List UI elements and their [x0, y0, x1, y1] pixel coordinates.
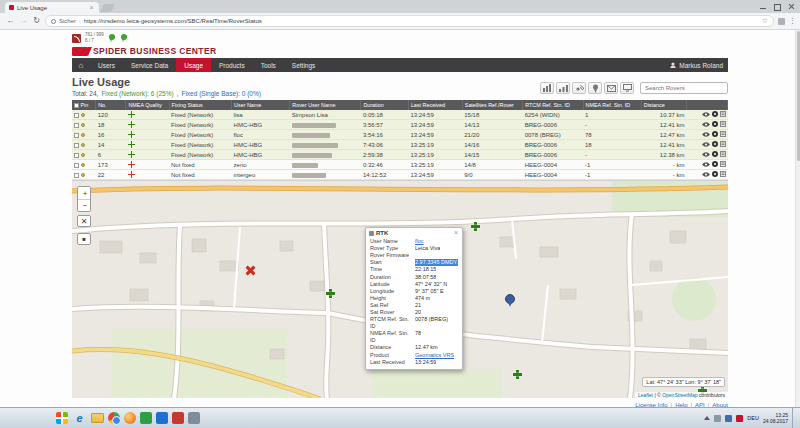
column-header-rtcm-ref-stn-id[interactable]: RTCM Ref. Stn. ID	[523, 100, 583, 110]
app-blue-taskbar-icon[interactable]	[156, 412, 168, 424]
app-grey-taskbar-icon[interactable]	[188, 412, 200, 424]
info-icon[interactable]	[712, 131, 718, 138]
info-icon[interactable]	[712, 111, 718, 118]
rover-marker-icon[interactable]	[513, 370, 522, 379]
maximize-icon[interactable]	[774, 3, 781, 10]
leaflet-link[interactable]: Leaflet	[638, 392, 653, 398]
app-red-taskbar-icon[interactable]	[172, 412, 184, 424]
satellite-icon[interactable]	[572, 82, 586, 94]
browser-ie-taskbar-icon[interactable]: e	[72, 411, 87, 426]
table-row[interactable]: 16Fixed (Network)floc3:54:1613:24:5921/2…	[72, 130, 728, 140]
network-tray-icon[interactable]	[714, 415, 721, 422]
table-row[interactable]: 18Fixed (Network)HMC-HBG3:56:5713:24:591…	[72, 120, 728, 130]
view-icon[interactable]	[702, 132, 710, 138]
app-green-taskbar-icon[interactable]	[140, 412, 152, 424]
info-icon[interactable]	[712, 121, 718, 128]
map-close-button[interactable]: ✕	[77, 215, 91, 227]
popup-field-value[interactable]: Geomatics VRS	[415, 352, 454, 359]
view-icon[interactable]	[702, 122, 710, 128]
map[interactable]: + − ✕ ■ RTK User NameflocRover	[72, 180, 728, 398]
view-icon[interactable]	[702, 112, 710, 118]
tray-expand-icon[interactable]	[704, 416, 710, 420]
nav-item-usage[interactable]: Usage	[176, 58, 211, 72]
column-header-no-[interactable]: No.	[96, 100, 126, 110]
language-indicator[interactable]: DEU	[747, 415, 759, 421]
details-icon[interactable]	[720, 111, 726, 118]
view-icon[interactable]	[702, 172, 710, 178]
nav-user[interactable]: Markus Roland	[670, 58, 728, 72]
search-rovers-input[interactable]	[640, 82, 728, 94]
details-icon[interactable]	[720, 131, 726, 138]
nav-item-tools[interactable]: Tools	[253, 58, 284, 72]
show-desktop-button[interactable]	[792, 408, 796, 428]
reload-icon[interactable]	[32, 17, 41, 25]
nav-item-users[interactable]: Users	[90, 58, 123, 72]
details-icon[interactable]	[720, 151, 726, 158]
details-icon[interactable]	[720, 161, 726, 168]
extension-icon[interactable]	[778, 18, 785, 25]
forward-icon[interactable]	[19, 17, 28, 25]
info-icon[interactable]	[712, 151, 718, 158]
tab-close-icon[interactable]	[88, 4, 95, 11]
popup-close-icon[interactable]	[453, 230, 459, 236]
view-icon[interactable]	[702, 162, 710, 168]
url-field[interactable]: Sicher | https://nrsdemo.leica-geosystem…	[45, 15, 774, 27]
select-all-checkbox[interactable]	[74, 103, 79, 108]
signal-icon[interactable]	[556, 82, 570, 94]
screen-icon[interactable]	[620, 82, 634, 94]
table-row[interactable]: 173Not fixedzeno0:32:4613:25:1914/8HEEG-…	[72, 160, 728, 170]
column-header-rover-user-name[interactable]: Rover User Name	[290, 100, 361, 110]
column-header-satellites-ref-rover[interactable]: Satellites Ref./Rover	[462, 100, 522, 110]
nav-item-products[interactable]: Products	[211, 58, 253, 72]
app-tray-icon[interactable]	[736, 415, 743, 422]
details-icon[interactable]	[720, 171, 726, 178]
rover-marker-icon[interactable]	[471, 222, 480, 231]
back-icon[interactable]	[6, 17, 15, 25]
column-header-distance[interactable]: Distance	[641, 100, 686, 110]
nav-item-settings[interactable]: Settings	[284, 58, 324, 72]
row-checkbox[interactable]	[74, 133, 79, 138]
zoom-in-button[interactable]: +	[78, 187, 91, 199]
nav-item-service-data[interactable]: Service Data	[123, 58, 176, 72]
row-checkbox[interactable]	[74, 173, 79, 178]
table-row[interactable]: 120Fixed (Network)lisaSimpson Lisa0:05:1…	[72, 110, 728, 120]
pin-icon[interactable]	[588, 82, 602, 94]
secure-info-icon[interactable]	[51, 19, 56, 24]
new-tab-button[interactable]	[100, 4, 115, 12]
start-taskbar-icon[interactable]	[56, 412, 68, 424]
close-icon[interactable]	[788, 3, 795, 10]
firefox-taskbar-icon[interactable]	[124, 412, 136, 424]
info-icon[interactable]	[712, 171, 718, 178]
osm-link[interactable]: OpenStreetMap	[662, 392, 697, 398]
volume-tray-icon[interactable]	[725, 415, 732, 422]
column-header-duration[interactable]: Duration	[361, 100, 408, 110]
minimize-icon[interactable]	[760, 3, 767, 10]
tray-clock[interactable]: 13:25 24.08.2017	[763, 412, 788, 425]
page-scrollbar[interactable]	[795, 30, 800, 407]
table-row[interactable]: 22Not fixedintergeo14:12:5213:24:599/0HE…	[72, 170, 728, 180]
rover-marker-icon[interactable]	[326, 289, 335, 298]
details-icon[interactable]	[720, 141, 726, 148]
browser-menu-icon[interactable]	[789, 17, 794, 25]
row-checkbox[interactable]	[74, 113, 79, 118]
column-header-fixing-status[interactable]: Fixing Status	[169, 100, 232, 110]
mail-icon[interactable]	[604, 82, 618, 94]
column-header-last-received[interactable]: Last Received	[408, 100, 462, 110]
column-header-pin[interactable]: Pin	[72, 100, 96, 110]
row-checkbox[interactable]	[74, 123, 79, 128]
details-icon[interactable]	[720, 121, 726, 128]
chrome-taskbar-icon[interactable]	[108, 412, 120, 424]
table-row[interactable]: 6Fixed (Network)HMC-HBG2:59:3813:25:1914…	[72, 150, 728, 160]
column-header-user-name[interactable]: User Name	[232, 100, 290, 110]
info-icon[interactable]	[712, 161, 718, 168]
map-extent-button[interactable]: ■	[77, 233, 91, 245]
base-pin-icon[interactable]	[505, 294, 514, 307]
column-header-nmea-ref-stn-id[interactable]: NMEA Ref. Stn. ID	[583, 100, 641, 110]
home-icon[interactable]	[72, 58, 90, 72]
browser-tab[interactable]: Live Usage	[5, 2, 99, 13]
column-header-nmea-quality[interactable]: NMEA Quality	[126, 100, 169, 110]
bookmark-star-icon[interactable]	[762, 17, 768, 25]
popup-field-value[interactable]: floc	[415, 238, 424, 245]
row-checkbox[interactable]	[74, 163, 79, 168]
zoom-out-button[interactable]: −	[78, 199, 91, 211]
